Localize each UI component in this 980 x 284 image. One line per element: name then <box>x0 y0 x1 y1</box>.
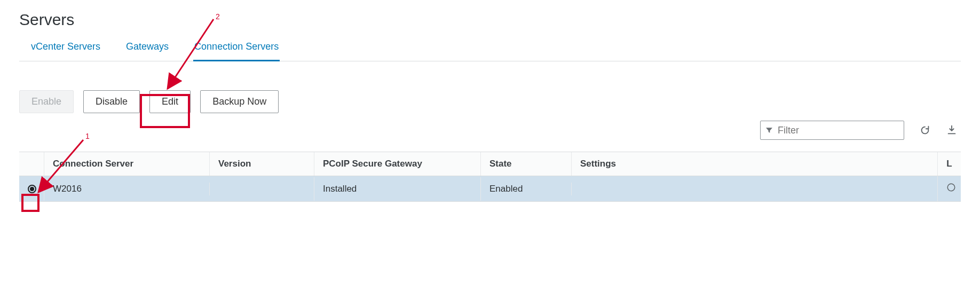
filter-row <box>19 121 961 140</box>
filter-box[interactable] <box>760 121 904 140</box>
table-header-version[interactable]: Version <box>209 152 314 176</box>
row-select-cell[interactable] <box>19 178 44 200</box>
svg-rect-0 <box>948 133 956 135</box>
row-settings <box>571 183 937 195</box>
tab-vcenter-servers[interactable]: vCenter Servers <box>30 41 101 61</box>
status-ok-icon <box>946 183 956 192</box>
table-row[interactable]: W2016 Installed Enabled <box>19 176 961 201</box>
connection-servers-table: Connection Server Version PCoIP Secure G… <box>19 152 961 202</box>
row-state: Enabled <box>480 177 571 201</box>
table-header-row: Connection Server Version PCoIP Secure G… <box>19 152 961 176</box>
download-icon[interactable] <box>946 124 958 136</box>
table-header-settings[interactable]: Settings <box>571 152 937 176</box>
svg-point-1 <box>947 184 955 191</box>
row-connection-server: W2016 <box>44 177 209 201</box>
filter-icon <box>765 126 773 135</box>
enable-button: Enable <box>19 90 74 113</box>
disable-button[interactable]: Disable <box>83 90 140 113</box>
table-header-connection-server[interactable]: Connection Server <box>44 152 209 176</box>
tab-gateways[interactable]: Gateways <box>125 41 170 61</box>
backup-now-button[interactable]: Backup Now <box>200 90 279 113</box>
table-header-last[interactable]: L <box>937 152 961 176</box>
tabs: vCenter Servers Gateways Connection Serv… <box>19 41 961 61</box>
table-header-select <box>19 157 44 170</box>
refresh-icon[interactable] <box>919 124 931 136</box>
row-version <box>209 183 314 195</box>
page-title: Servers <box>19 11 961 29</box>
row-last-icon-cell <box>937 176 961 201</box>
filter-input[interactable] <box>777 124 903 137</box>
toolbar: Enable Disable Edit Backup Now <box>19 90 961 113</box>
table-header-pcoip[interactable]: PCoIP Secure Gateway <box>314 152 480 176</box>
row-pcoip: Installed <box>314 177 480 201</box>
tab-connection-servers[interactable]: Connection Servers <box>193 41 280 61</box>
table-header-state[interactable]: State <box>480 152 571 176</box>
edit-button[interactable]: Edit <box>149 90 191 113</box>
row-radio-icon[interactable] <box>28 185 36 193</box>
